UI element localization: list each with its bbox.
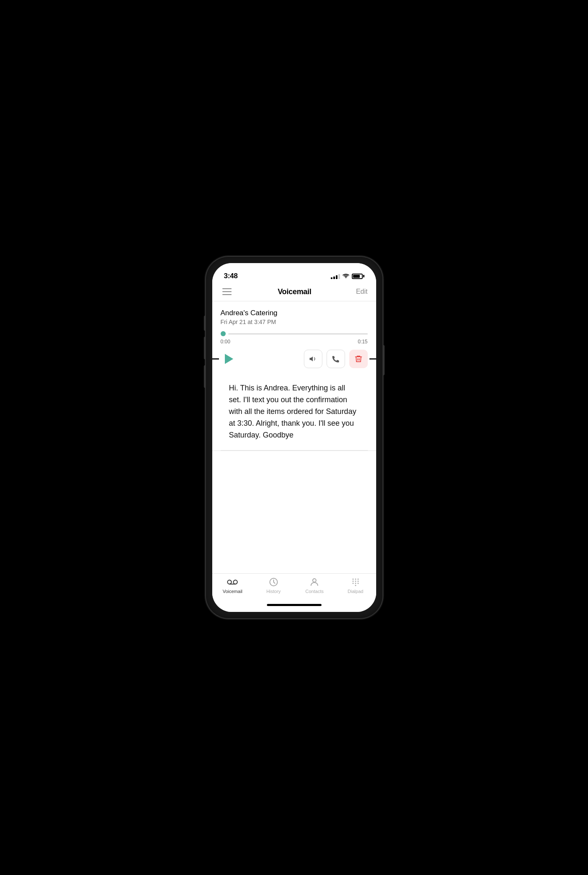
speaker-icon xyxy=(309,355,317,363)
power-button[interactable] xyxy=(382,345,385,375)
signal-bar-3 xyxy=(336,275,338,279)
status-time: 3:48 xyxy=(224,272,238,280)
tab-bar: Voicemail History Contacts xyxy=(212,573,376,604)
svg-point-4 xyxy=(228,580,232,584)
status-icons xyxy=(331,273,364,279)
call-date: Fri Apr 21 at 3:47 PM xyxy=(221,319,368,325)
progress-dot xyxy=(221,331,226,336)
phone-screen: 3:48 xyxy=(212,263,376,612)
dialpad-icon xyxy=(351,577,361,587)
volume-down-button[interactable] xyxy=(204,365,206,388)
trash-icon xyxy=(354,355,363,363)
voicemail-card: Andrea's Catering Fri Apr 21 at 3:47 PM … xyxy=(212,301,376,451)
svg-point-13 xyxy=(355,581,356,582)
contacts-icon xyxy=(309,577,319,587)
svg-point-8 xyxy=(313,579,316,582)
nav-header: Voicemail Edit xyxy=(212,283,376,301)
phone-frame: 3:48 xyxy=(206,257,382,618)
signal-bar-2 xyxy=(333,277,335,279)
page-title: Voicemail xyxy=(278,287,311,296)
play-arrow-annotation xyxy=(212,354,219,364)
player-controls xyxy=(221,350,368,375)
tab-voicemail-label: Voicemail xyxy=(223,589,243,594)
battery-icon xyxy=(352,274,364,279)
progress-track xyxy=(228,333,368,335)
history-icon xyxy=(269,577,279,587)
time-total: 0:15 xyxy=(358,339,367,345)
play-triangle-icon xyxy=(225,354,233,364)
signal-bar-1 xyxy=(331,277,332,279)
speaker-button[interactable] xyxy=(304,350,322,368)
tab-contacts-label: Contacts xyxy=(306,589,324,594)
delete-area xyxy=(349,350,368,368)
delete-arrow-annotation xyxy=(369,354,376,364)
svg-point-10 xyxy=(355,579,356,580)
svg-point-12 xyxy=(352,581,353,582)
volume-up-button[interactable] xyxy=(204,337,206,359)
svg-point-15 xyxy=(352,583,353,584)
status-bar: 3:48 xyxy=(212,263,376,283)
audio-player: 0:00 0:15 xyxy=(221,331,368,345)
svg-point-17 xyxy=(357,583,359,584)
tab-contacts[interactable]: Contacts xyxy=(302,577,327,594)
play-button[interactable] xyxy=(221,351,236,366)
phone-icon xyxy=(332,355,340,363)
svg-point-11 xyxy=(357,579,359,580)
tab-voicemail[interactable]: Voicemail xyxy=(220,577,245,594)
home-indicator[interactable] xyxy=(267,604,322,606)
tab-dialpad[interactable]: Dialpad xyxy=(343,577,368,594)
content-area: Andrea's Catering Fri Apr 21 at 3:47 PM … xyxy=(212,301,376,573)
tab-dialpad-label: Dialpad xyxy=(348,589,363,594)
signal-icon xyxy=(331,273,340,279)
wifi-icon xyxy=(343,274,349,279)
delete-button[interactable] xyxy=(349,350,368,368)
svg-point-5 xyxy=(234,580,237,584)
time-current: 0:00 xyxy=(221,339,230,345)
svg-point-16 xyxy=(355,583,356,584)
signal-bar-4 xyxy=(338,274,340,279)
action-buttons xyxy=(304,350,368,368)
tab-history[interactable]: History xyxy=(261,577,286,594)
caller-name: Andrea's Catering xyxy=(221,309,368,317)
callback-button[interactable] xyxy=(327,350,345,368)
tab-history-label: History xyxy=(266,589,281,594)
menu-line-1 xyxy=(222,288,232,289)
svg-point-9 xyxy=(352,579,353,580)
voicemail-tab-icon xyxy=(227,577,238,587)
menu-line-3 xyxy=(222,294,232,295)
progress-bar[interactable] xyxy=(221,331,368,336)
menu-line-2 xyxy=(222,291,232,292)
edit-button[interactable]: Edit xyxy=(356,288,368,295)
home-indicator-container xyxy=(212,604,376,612)
svg-point-14 xyxy=(357,581,359,582)
menu-button[interactable] xyxy=(221,287,233,297)
play-area xyxy=(221,351,236,366)
transcript: Hi. This is Andrea. Everything is all se… xyxy=(221,375,368,451)
voicemail-icon xyxy=(227,579,238,585)
time-labels: 0:00 0:15 xyxy=(221,339,368,345)
svg-point-18 xyxy=(355,585,356,586)
